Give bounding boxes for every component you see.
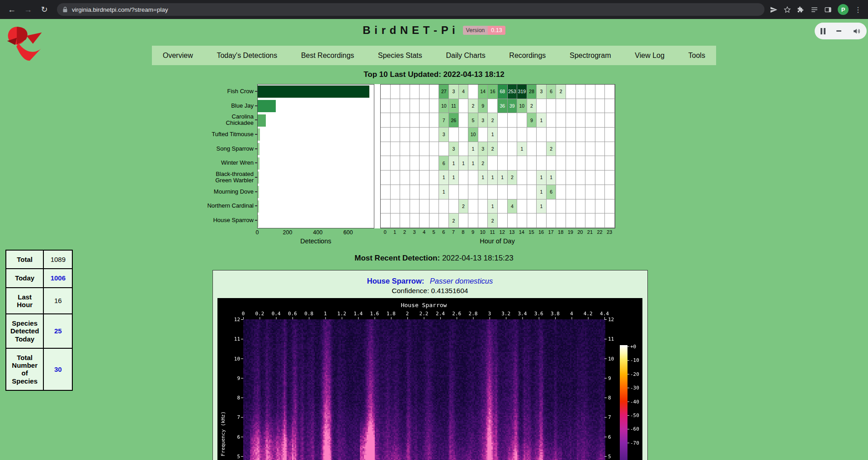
heatmap-cell (595, 185, 605, 199)
heatmap-cell (576, 213, 586, 228)
nav-item-best-recordings[interactable]: Best Recordings (301, 52, 354, 60)
heatmap-cell (585, 199, 595, 214)
heatmap-cell (547, 128, 557, 142)
reading-list-icon[interactable] (811, 6, 818, 14)
stat-value[interactable]: 1006 (43, 269, 72, 287)
top10-timestamp: 2022-04-13 18:12 (443, 70, 505, 79)
heatmap-cell (429, 156, 439, 171)
heatmap-cell (527, 213, 537, 228)
detection-confidence: Confidence: 0.41351604 (213, 287, 647, 295)
audio-player[interactable] (815, 23, 867, 39)
hour-tick-label: 23 (604, 229, 614, 237)
heatmap-cell (420, 113, 429, 128)
heatmap-cell: 4 (508, 199, 518, 214)
nav-item-tools[interactable]: Tools (689, 52, 705, 60)
nav-item-today-s-detections[interactable]: Today's Detections (217, 52, 277, 60)
reload-button[interactable]: ↻ (37, 2, 52, 17)
heatmap-cell: 28 (527, 85, 537, 99)
send-icon[interactable] (770, 6, 778, 14)
forward-button[interactable]: → (21, 2, 35, 17)
hour-tick-label: 9 (468, 229, 478, 237)
bar-row (258, 113, 374, 128)
species-label: Winter Wren (197, 156, 257, 170)
heatmap-cell (517, 213, 527, 228)
browser-menu-icon[interactable]: ⋮ (854, 5, 862, 14)
heatmap-cell (517, 113, 527, 128)
heatmap-cell (605, 199, 615, 214)
heatmap-cell: 3 (537, 85, 547, 99)
heatmap-cell (410, 213, 420, 228)
heatmap-cell (547, 99, 557, 114)
profile-avatar[interactable]: P (838, 4, 849, 15)
heatmap-cell: 68 (498, 85, 508, 99)
heatmap-cell: 2 (459, 199, 469, 214)
nav-item-view-log[interactable]: View Log (635, 52, 665, 60)
stats-row: Last Hour16 (6, 288, 72, 314)
bar-row (258, 213, 374, 228)
heatmap-cell (498, 156, 508, 171)
heatmap-cell: 3 (449, 142, 459, 156)
heatmap-cell (605, 85, 615, 99)
heatmap-cell: 14 (478, 85, 488, 99)
heatmap-cell: 3 (478, 142, 488, 156)
heatmap-cell (605, 113, 615, 128)
heatmap-cell (527, 142, 537, 156)
nav-item-daily-charts[interactable]: Daily Charts (446, 52, 486, 60)
nav-item-spectrogram[interactable]: Spectrogram (570, 52, 611, 60)
heatmap-cell (410, 171, 420, 185)
stats-table: Total1089Today1006Last Hour16Species Det… (5, 250, 73, 391)
browser-toolbar-icons: P ⋮ (770, 4, 862, 15)
pause-button[interactable] (821, 28, 826, 34)
extensions-icon[interactable] (797, 6, 805, 14)
heatmap-cell (478, 128, 488, 142)
heatmap-cell (508, 113, 518, 128)
heatmap-cell (556, 156, 566, 171)
heatmap-cell (566, 156, 576, 171)
stat-label: Species Detected Today (6, 314, 43, 348)
heatmap-cell (391, 213, 401, 228)
hour-tick-label: 22 (595, 229, 605, 237)
heatmap-cell (527, 128, 537, 142)
heatmap-cell (605, 99, 615, 114)
nav-item-recordings[interactable]: Recordings (509, 52, 546, 60)
nav-item-species-stats[interactable]: Species Stats (378, 52, 422, 60)
heatmap-cell: 11 (449, 99, 459, 114)
heatmap-cell (420, 99, 429, 114)
species-label: Tufted Titmouse (197, 127, 257, 142)
stat-value[interactable]: 25 (43, 314, 72, 348)
stats-row: Today1006 (6, 269, 72, 287)
side-panel-icon[interactable] (824, 6, 832, 14)
heatmap-cell (420, 142, 429, 156)
version-value: 0.13 (488, 26, 505, 35)
url-bar[interactable]: virginia.birdnetpi.com/?stream=play (57, 3, 764, 16)
heatmap-cell (459, 99, 469, 114)
heatmap-cell (400, 142, 410, 156)
heatmap-cell: 1 (537, 171, 547, 185)
stat-label: Today (6, 269, 43, 287)
heatmap-cell: 1 (449, 171, 459, 185)
stat-value[interactable]: 30 (43, 348, 72, 390)
heatmap-cell (585, 171, 595, 185)
heatmap-cell (605, 185, 615, 199)
heatmap-cell (547, 156, 557, 171)
heatmap-cell (381, 199, 391, 214)
heatmap-cell (595, 85, 605, 99)
heatmap-cell (410, 128, 420, 142)
heatmap-cell (556, 113, 566, 128)
detection-scientific-name[interactable]: Passer domesticus (430, 277, 493, 285)
heatmap-cell: 1 (488, 199, 498, 214)
heatmap-cell (410, 142, 420, 156)
heatmap-cell: 10 (517, 99, 527, 114)
nav-item-overview[interactable]: Overview (163, 52, 193, 60)
bookmark-star-icon[interactable] (783, 6, 791, 14)
back-button[interactable]: ← (5, 2, 19, 17)
volume-icon[interactable] (853, 27, 861, 35)
hour-tick-label: 0 (380, 229, 390, 237)
seek-bar[interactable] (836, 30, 841, 32)
heatmap-cell (381, 156, 391, 171)
heatmap-cell (420, 213, 429, 228)
detection-species-link[interactable]: House Sparrow: (367, 277, 425, 285)
heatmap-cell: 2 (488, 142, 498, 156)
hour-tick-label: 19 (566, 229, 576, 237)
heatmap-cell (508, 185, 518, 199)
